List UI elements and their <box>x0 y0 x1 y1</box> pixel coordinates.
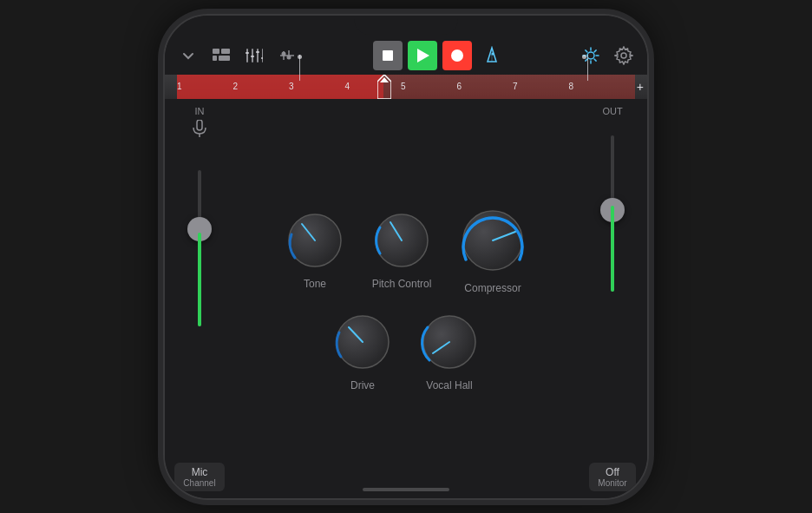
tone-knob[interactable] <box>285 210 345 271</box>
vocal-hall-knob-svg <box>419 312 480 372</box>
record-button[interactable] <box>442 41 472 70</box>
svg-rect-4 <box>246 49 248 62</box>
effects-area: Tone <box>234 99 578 498</box>
pitch-control-knob-svg <box>371 210 432 271</box>
drive-knob[interactable] <box>332 312 393 372</box>
left-fader-track[interactable] <box>198 170 201 326</box>
notch <box>354 16 458 35</box>
svg-line-27 <box>594 59 596 61</box>
pitch-control-knob[interactable] <box>371 210 432 271</box>
pitch-control-label: Pitch Control <box>372 278 432 290</box>
ruler-mark-5: 5 <box>401 82 406 91</box>
right-panel: OUT Off Monitor <box>578 99 647 498</box>
pitch-control-knob-container: Pitch Control <box>371 210 432 290</box>
right-fader-track[interactable] <box>611 135 614 292</box>
settings-button[interactable] <box>611 43 637 69</box>
mic-channel-button[interactable]: Mic Channel <box>174 463 224 491</box>
off-label: Off <box>606 466 619 478</box>
svg-rect-33 <box>197 120 202 130</box>
right-callout-line <box>587 55 588 81</box>
vocal-hall-knob[interactable] <box>419 312 480 372</box>
transport-controls <box>373 41 472 70</box>
vocal-hall-label: Vocal Hall <box>426 379 472 391</box>
svg-rect-10 <box>256 51 259 53</box>
ruler-mark-4: 4 <box>345 82 350 91</box>
play-button[interactable] <box>408 41 437 70</box>
dropdown-button[interactable] <box>175 43 201 69</box>
ruler-mark-1: 1 <box>177 82 182 91</box>
drive-knob-container: Drive <box>332 312 393 391</box>
svg-rect-6 <box>257 49 259 62</box>
right-fader-fill <box>611 206 614 292</box>
knobs-row-1: Tone <box>285 206 527 294</box>
in-label: IN <box>195 106 205 116</box>
ruler-mark-7: 7 <box>513 82 518 91</box>
mic-label: Mic <box>192 466 208 478</box>
add-track-button[interactable]: + <box>637 80 644 94</box>
record-icon <box>451 49 463 62</box>
home-indicator <box>363 488 449 491</box>
channel-label: Channel <box>183 478 215 488</box>
tone-knob-container: Tone <box>285 210 345 290</box>
compressor-label: Compressor <box>464 282 521 294</box>
monitor-button[interactable]: Off Monitor <box>589 463 635 491</box>
svg-rect-0 <box>213 49 219 54</box>
left-callout-dot <box>298 55 302 59</box>
svg-rect-2 <box>213 56 217 61</box>
stop-icon <box>383 50 393 61</box>
phone-frame: 1 2 3 4 5 6 7 8 + IN <box>163 14 649 500</box>
svg-rect-1 <box>221 49 230 54</box>
vocal-hall-knob-container: Vocal Hall <box>419 312 480 391</box>
tone-knob-svg <box>285 210 345 271</box>
svg-line-26 <box>586 49 587 51</box>
compressor-knob-container: Compressor <box>458 206 527 294</box>
tone-label: Tone <box>304 278 326 290</box>
playhead[interactable] <box>377 75 391 99</box>
svg-line-28 <box>594 49 596 51</box>
mic-icon <box>192 120 207 141</box>
knobs-row-2: Drive <box>332 312 480 391</box>
ruler-mark-8: 8 <box>569 82 574 91</box>
left-panel: IN Mic Channel <box>165 99 234 498</box>
svg-rect-3 <box>219 56 230 61</box>
ruler-mark-3: 3 <box>289 82 294 91</box>
mixer-button[interactable] <box>241 43 267 69</box>
compressor-knob-svg <box>458 206 527 275</box>
metronome-button[interactable] <box>479 43 505 69</box>
left-fader-fill <box>198 233 201 326</box>
ruler-mark-6: 6 <box>457 82 462 91</box>
screen: 1 2 3 4 5 6 7 8 + IN <box>165 16 647 498</box>
play-icon <box>417 49 429 62</box>
compressor-knob[interactable] <box>458 206 527 275</box>
out-label: OUT <box>602 106 622 116</box>
stop-button[interactable] <box>373 41 403 70</box>
svg-rect-11 <box>261 57 263 59</box>
svg-point-30 <box>621 53 626 58</box>
svg-rect-8 <box>246 52 249 54</box>
main-content: IN Mic Channel <box>165 99 647 498</box>
svg-point-15 <box>282 51 286 56</box>
svg-point-20 <box>492 52 494 55</box>
ruler-mark-2: 2 <box>233 82 239 91</box>
svg-rect-9 <box>251 56 254 57</box>
monitor-label: Monitor <box>598 478 626 488</box>
svg-point-21 <box>587 52 594 59</box>
timeline-ruler[interactable]: 1 2 3 4 5 6 7 8 + <box>165 75 647 99</box>
drive-label: Drive <box>350 379 375 391</box>
drive-knob-svg <box>332 312 393 372</box>
equalizer-button[interactable] <box>274 43 300 69</box>
ruler-marks: 1 2 3 4 5 6 7 8 <box>177 75 625 99</box>
svg-rect-7 <box>262 49 263 62</box>
right-callout-dot <box>582 55 586 59</box>
track-view-button[interactable] <box>208 43 234 69</box>
svg-point-16 <box>287 55 291 59</box>
